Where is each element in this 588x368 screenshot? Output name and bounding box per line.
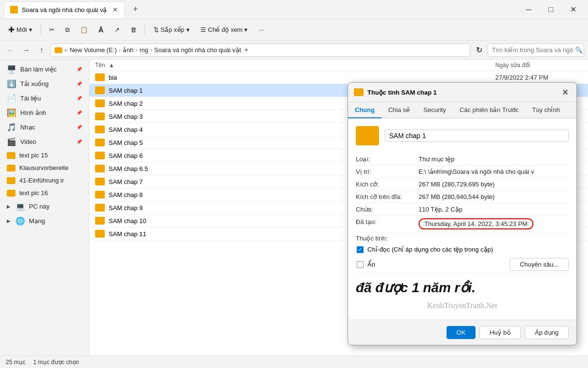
title-tab[interactable]: Soara và ngôi nhà cho quái vậ ✕ [4, 1, 125, 18]
prop-value-kichcodia: 267 MB (280,940,544 byte) [419, 193, 569, 200]
sidebar-item-textpic15[interactable]: text pic 15 [2, 149, 87, 161]
search-box[interactable]: 🔍 [488, 43, 584, 57]
copy-icon: ⧉ [65, 26, 70, 34]
new-button[interactable]: ✚ Mới ▾ [4, 22, 37, 38]
dialog-tabs: Chung Chia sẻ Security Các phiên bản Trư… [348, 102, 576, 118]
prop-label-kichcodia: Kích cỡ trên đĩa: [356, 193, 419, 200]
sidebar-item-desktop[interactable]: 🖥️ Bàn làm việc 📌 [2, 62, 87, 76]
sidebar-item-textpic16[interactable]: text pic 16 [2, 187, 87, 199]
breadcrumb-path2[interactable]: mg [140, 46, 148, 54]
file-name-10: SAM chap 9 [109, 204, 143, 212]
header-date[interactable]: Ngày sửa đổi [495, 62, 582, 69]
tab-close-button[interactable]: ✕ [112, 6, 118, 14]
search-input[interactable] [492, 46, 573, 54]
advanced-button[interactable]: Chuyên sâu... [510, 258, 569, 271]
view-button[interactable]: ☰ Chế độ xem ▾ [196, 22, 252, 38]
dialog-folder-row [356, 126, 569, 145]
checkbox-readonly[interactable]: ✓ [357, 246, 364, 253]
share-button[interactable]: ↗ [110, 22, 124, 38]
sidebar-label-documents: Tài liệu [20, 95, 41, 102]
sidebar-item-downloads[interactable]: ⬇️ Tải xuống 📌 [2, 77, 87, 91]
dialog-folder-big-icon [356, 126, 379, 145]
prop-loai: Loại: Thư mục tệp [356, 153, 569, 166]
folder-icon-11 [95, 217, 105, 225]
attr-readonly-label: Chỉ-đọc (Chỉ áp dụng cho các tệp trong c… [367, 246, 493, 253]
maximize-button[interactable]: □ [540, 2, 562, 17]
more-button[interactable]: ··· [254, 22, 268, 38]
folder-icon-2 [95, 99, 105, 107]
separator-1 [41, 24, 41, 36]
prop-label-kichco: Kích cỡ: [356, 181, 419, 188]
music-icon: 🎵 [7, 123, 16, 132]
refresh-button[interactable]: ↻ [472, 43, 486, 57]
header-name[interactable]: Tên ▲ [95, 62, 495, 69]
sidebar-item-videos[interactable]: 🎬 Video 📌 [2, 135, 87, 149]
file-name-5: SAM chap 5 [109, 139, 143, 146]
sidebar-item-music[interactable]: 🎵 Nhạc 📌 [2, 120, 87, 134]
back-button[interactable]: ← [4, 43, 17, 57]
breadcrumb-bar[interactable]: « New Volume (E:) › ảnh › mg › Soara và … [50, 43, 470, 57]
pin-icon-documents: 📌 [76, 96, 82, 101]
sort-button[interactable]: ⇅ Sắp xếp ▾ [149, 22, 194, 38]
sidebar-item-klausur[interactable]: Klausurvorbereite [2, 162, 87, 174]
checkbox-hide[interactable] [357, 261, 364, 268]
sidebar-item-pcnay[interactable]: ▶ 💻 PC này [2, 199, 87, 213]
add-tab-button[interactable]: + [128, 3, 142, 16]
folder-icon-9 [95, 191, 105, 198]
copy-button[interactable]: ⧉ [61, 22, 74, 38]
up-button[interactable]: ↑ [35, 43, 48, 57]
sidebar-item-documents[interactable]: 📄 Tài liệu 📌 [2, 91, 87, 105]
pcnay-icon: 💻 [15, 202, 25, 211]
dialog-folder-name-input[interactable] [385, 129, 569, 142]
tab-phienbantruoc[interactable]: Các phiên bản Trước [453, 102, 525, 118]
breadcrumb-volume[interactable]: New Volume (E:) [70, 46, 117, 54]
cancel-button[interactable]: Huỷ bỏ [479, 326, 520, 339]
file-name-8: SAM chap 7 [109, 178, 143, 185]
date-highlight: Thursday, April 14, 2022, 3:45:23 PM [419, 218, 533, 229]
file-date-0: 27/9/2022 2:47 PM [495, 74, 582, 81]
breadcrumb-dropdown-icon[interactable]: ▾ [245, 46, 248, 54]
prop-value-loai: Thư mục tệp [419, 156, 569, 163]
sidebar-label-pictures: Hình ảnh [20, 109, 46, 116]
new-label: Mới [16, 26, 27, 33]
delete-button[interactable]: 🗑 [126, 22, 141, 38]
tab-chiase[interactable]: Chia sẻ [381, 102, 417, 118]
tab-chung[interactable]: Chung [348, 102, 381, 118]
breadcrumb-path1[interactable]: ảnh [123, 46, 133, 54]
sidebar-label-pcnay: PC này [29, 203, 50, 210]
minimize-button[interactable]: ─ [518, 2, 540, 17]
documents-icon: 📄 [7, 94, 16, 103]
view-dropdown-icon: ▾ [244, 26, 248, 33]
sidebar-item-mang[interactable]: ▶ 🌐 Mạng [2, 214, 87, 228]
paste-button[interactable]: 📋 [76, 22, 92, 38]
breadcrumb-sep-3: › [150, 46, 152, 54]
apply-button[interactable]: Áp dụng [525, 326, 569, 339]
dialog-close-button[interactable]: ✕ [559, 86, 571, 98]
tab-tuychinit[interactable]: Tùy chỉnh [525, 102, 566, 118]
prop-label-chua: Chứa: [356, 206, 419, 213]
dialog-content: Loại: Thư mục tệp Vị trí: E:\ \ảnh\mg\So… [348, 118, 576, 320]
sidebar-label-mang: Mạng [29, 217, 45, 225]
pin-icon-pictures: 📌 [76, 110, 82, 115]
folder-icon-12 [95, 230, 105, 238]
close-button[interactable]: ✕ [562, 2, 584, 17]
sidebar-item-pictures[interactable]: 🖼️ Hình ảnh 📌 [2, 106, 87, 120]
cut-button[interactable]: ✂ [45, 22, 59, 38]
file-list-header: Tên ▲ Ngày sửa đổi [89, 60, 588, 71]
sidebar-item-einfuhrung[interactable]: 41-Einführung ir [2, 174, 87, 186]
forward-button[interactable]: → [19, 43, 33, 57]
rename-button[interactable]: Ā [94, 22, 108, 38]
desktop-icon: 🖥️ [7, 65, 16, 74]
folder-icon-1 [95, 86, 105, 94]
breadcrumb-path3[interactable]: Soara và ngôi nhà cho quái vật [154, 46, 241, 54]
status-count: 25 mục [6, 359, 26, 366]
dialog-folder-icon [354, 88, 364, 96]
prop-value-datao: Thursday, April 14, 2022, 3:45:23 PM [419, 218, 569, 229]
new-icon: ✚ [8, 25, 14, 34]
address-bar: ← → ↑ « New Volume (E:) › ảnh › mg › Soa… [0, 41, 588, 60]
tab-folder-icon [10, 6, 18, 14]
more-icon: ··· [258, 26, 264, 33]
sidebar-label-music: Nhạc [20, 124, 35, 131]
ok-button[interactable]: OK [447, 326, 476, 339]
tab-security[interactable]: Security [417, 102, 453, 118]
